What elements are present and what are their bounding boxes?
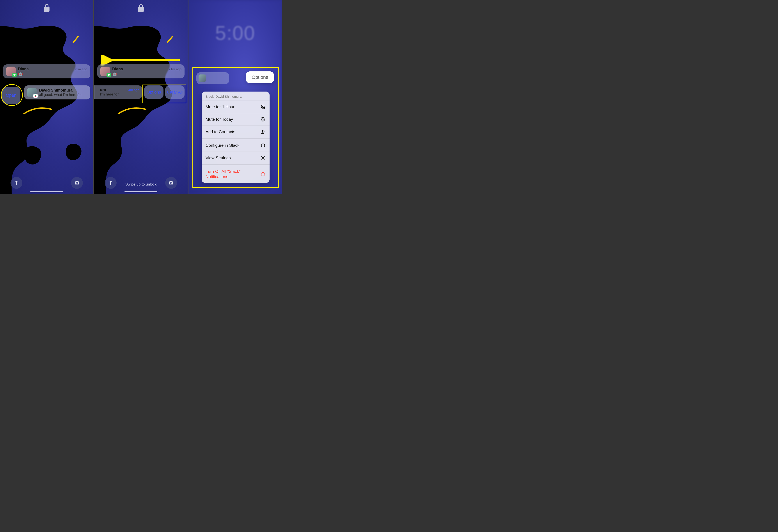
menu-item-mute-1hour[interactable]: Mute for 1 Hour: [202, 100, 269, 113]
bell-slash-icon: [260, 104, 265, 109]
camera-icon: [75, 180, 79, 185]
notification-card[interactable]: Diana 21m ago 🤖: [3, 64, 90, 78]
options-pill[interactable]: Options: [246, 71, 274, 83]
swipe-up-hint: Swipe up to unlock: [94, 182, 187, 187]
home-indicator[interactable]: [125, 191, 157, 192]
notification-swipe-row: ura 54m ago I'm here for Options Clear A…: [94, 85, 184, 99]
notification-time: 54m ago: [127, 88, 139, 92]
notification-body: Diana 21m ago 🤖: [112, 67, 181, 76]
menu-item-label: Configure in Slack: [206, 143, 239, 148]
notification-message: all good, what I'm here for: [39, 93, 87, 97]
avatar: [199, 75, 206, 82]
svg-point-8: [264, 144, 265, 145]
notification-card[interactable]: David Shimomura all good, what I'm here …: [24, 85, 90, 99]
notification-body: Diana 21m ago 🤖: [18, 67, 87, 76]
person-plus-icon: [260, 129, 265, 135]
svg-point-5: [262, 130, 263, 132]
menu-item-view-settings[interactable]: View Settings: [202, 152, 269, 164]
notification-sender: Diana: [112, 67, 123, 71]
flashlight-icon: [14, 180, 19, 185]
home-indicator[interactable]: [30, 191, 63, 192]
lockscreen-panel-3: 5:00 Options Slack: David Shimomura Mute…: [188, 0, 282, 194]
clear-all-button[interactable]: Clear All: [165, 85, 184, 99]
camera-button[interactable]: [71, 177, 83, 189]
notification-card[interactable]: Diana 21m ago 🤖: [97, 64, 184, 78]
notification-message: 🤖: [18, 71, 87, 76]
menu-item-label: Add to Contacts: [206, 129, 235, 134]
messages-app-badge-icon: [12, 73, 17, 77]
flashlight-button[interactable]: [10, 177, 22, 189]
options-pill-label: Options: [252, 75, 268, 80]
messages-app-badge-icon: [106, 73, 111, 77]
svg-rect-2: [35, 95, 36, 96]
svg-rect-0: [34, 96, 35, 96]
notification-card-blurred: [197, 72, 229, 84]
menu-item-label: Turn Off All "Slack" Notifications: [206, 169, 258, 179]
avatar: [6, 67, 16, 76]
menu-item-configure-slack[interactable]: Configure in Slack: [202, 138, 269, 152]
notification-sender: Diana: [18, 67, 29, 71]
avatar: [100, 67, 110, 76]
menu-item-label: Mute for 1 Hour: [206, 104, 234, 109]
notification-card-swiped[interactable]: ura 54m ago I'm here for: [94, 85, 143, 99]
menu-item-label: Mute for Today: [206, 117, 233, 122]
notification-body: David Shimomura all good, what I'm here …: [39, 88, 87, 97]
blurred-time: 5:00: [188, 22, 282, 45]
options-menu-header: Slack: David Shimomura: [202, 92, 269, 100]
notification-time: 21m ago: [169, 67, 181, 71]
menu-item-label: View Settings: [206, 156, 231, 160]
notification-sender-fragment: ura: [100, 88, 106, 92]
lockscreen-panel-2: 4:59 Sunday, December 5 Notification Cen…: [94, 0, 188, 194]
svg-rect-1: [36, 96, 37, 96]
notification-sender: David Shimomura: [39, 88, 73, 93]
menu-item-add-contacts[interactable]: Add to Contacts: [202, 125, 269, 138]
minus-circle-icon: [260, 172, 265, 177]
svg-rect-3: [35, 96, 36, 97]
gear-icon: [260, 155, 265, 161]
notification-message-fragment: I'm here for: [100, 92, 139, 97]
svg-point-9: [262, 157, 264, 159]
options-menu: Slack: David Shimomura Mute for 1 Hour M…: [202, 92, 269, 183]
open-button[interactable]: Open: [2, 87, 20, 104]
options-button[interactable]: Options: [144, 85, 163, 99]
bell-slash-icon: [260, 117, 265, 122]
lockscreen-panel-1: 4:59 Sunday, December 5 Notification Cen…: [0, 0, 94, 194]
menu-item-mute-today[interactable]: Mute for Today: [202, 113, 269, 125]
avatar: [27, 88, 37, 97]
open-button-label: Open: [6, 93, 17, 98]
menu-item-turn-off-notifications[interactable]: Turn Off All "Slack" Notifications: [202, 164, 269, 183]
slack-app-badge-icon: [33, 94, 38, 98]
options-button-label: Options: [147, 90, 161, 95]
notification-time: 21m ago: [75, 67, 87, 71]
open-app-icon: [260, 143, 265, 148]
clear-all-button-label: Clear All: [167, 90, 183, 95]
notification-message: 🤖: [112, 71, 181, 76]
